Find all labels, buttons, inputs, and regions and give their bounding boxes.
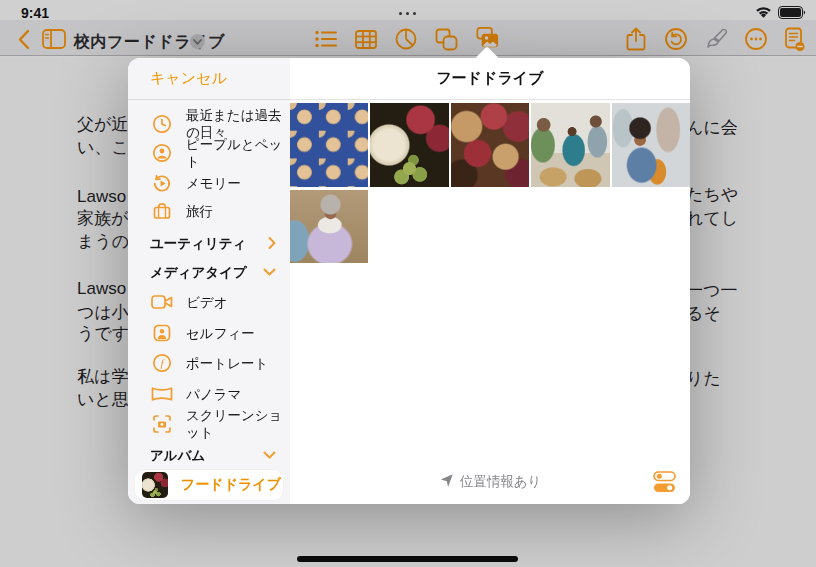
- photo-thumbnail[interactable]: [531, 103, 609, 187]
- picker-footer: 位置情報あり: [290, 460, 690, 504]
- album-header: フードドライブ: [290, 58, 690, 100]
- sidebar-item-label: パノラマ: [186, 386, 241, 403]
- home-indicator[interactable]: [297, 556, 518, 562]
- portrait-icon: f: [150, 351, 174, 375]
- photo-grid: [290, 103, 690, 263]
- location-label: 位置情報あり: [460, 473, 542, 491]
- sidebar-item-people-pets[interactable]: ピープルとペット: [128, 138, 290, 168]
- memories-icon: [150, 171, 174, 195]
- sidebar-item-travel[interactable]: 旅行: [128, 196, 290, 226]
- picker-options-button[interactable]: [653, 471, 677, 493]
- sidebar-item-memories[interactable]: メモリー: [128, 168, 290, 198]
- svg-text:f: f: [160, 357, 165, 369]
- sidebar-header: キャンセル: [128, 58, 290, 100]
- sidebar-item-video[interactable]: ビデオ: [128, 287, 290, 317]
- sidebar-item-label: ポートレート: [186, 355, 268, 372]
- photo-thumbnail[interactable]: [290, 190, 368, 263]
- photo-picker-sidebar: キャンセル 最近または過去の日々 ピープルとペット メモリー: [128, 58, 290, 504]
- sidebar-section-label: アルバム: [150, 447, 205, 464]
- clock-icon: [150, 112, 174, 136]
- screenshot-icon: [150, 412, 174, 436]
- suitcase-icon: [150, 199, 174, 223]
- sidebar-item-label: セルフィー: [186, 325, 255, 342]
- sidebar-section-utilities[interactable]: ユーティリティ: [128, 228, 290, 258]
- photo-thumbnail[interactable]: [451, 103, 529, 187]
- sidebar-item-label: 旅行: [186, 203, 213, 220]
- chevron-down-icon: [263, 268, 276, 276]
- location-arrow-icon: [439, 473, 454, 491]
- video-icon: [150, 290, 174, 314]
- sidebar-section-label: メディアタイプ: [150, 264, 247, 281]
- photo-thumbnail[interactable]: [370, 103, 448, 187]
- sidebar-item-label: スクリーンショット: [186, 407, 290, 441]
- sidebar-section-media-types[interactable]: メディアタイプ: [128, 257, 290, 287]
- sidebar-item-label: ピープルとペット: [186, 136, 290, 170]
- panorama-icon: [150, 382, 174, 406]
- photo-picker-main: フードドライブ 位置情報あり: [290, 58, 690, 504]
- sidebar-item-panoramas[interactable]: パノラマ: [128, 379, 290, 409]
- photo-thumbnail[interactable]: [612, 103, 690, 187]
- sidebar-section-label: ユーティリティ: [150, 235, 246, 252]
- cancel-button[interactable]: キャンセル: [150, 69, 227, 88]
- selfie-icon: [150, 321, 174, 345]
- sidebar-item-label: メモリー: [186, 175, 241, 192]
- chevron-down-icon: [263, 451, 276, 459]
- album-title: フードドライブ: [436, 69, 543, 88]
- sidebar-section-albums[interactable]: アルバム: [128, 440, 290, 470]
- person-circle-icon: [150, 141, 174, 165]
- location-info: 位置情報あり: [439, 473, 542, 491]
- sidebar-item-food-drive-selected[interactable]: フードドライブ: [135, 470, 283, 500]
- sidebar-item-portrait[interactable]: f ポートレート: [128, 348, 290, 378]
- sidebar-item-label: ビデオ: [186, 294, 227, 311]
- photo-thumbnail[interactable]: [290, 103, 368, 187]
- sidebar-item-label: フードドライブ: [181, 476, 281, 494]
- sidebar-item-screenshots[interactable]: スクリーンショット: [128, 409, 290, 439]
- chevron-right-icon: [268, 237, 276, 250]
- album-thumbnail: [142, 472, 168, 498]
- sidebar-item-selfies[interactable]: セルフィー: [128, 318, 290, 348]
- photo-picker-popover: キャンセル 最近または過去の日々 ピープルとペット メモリー: [128, 58, 690, 504]
